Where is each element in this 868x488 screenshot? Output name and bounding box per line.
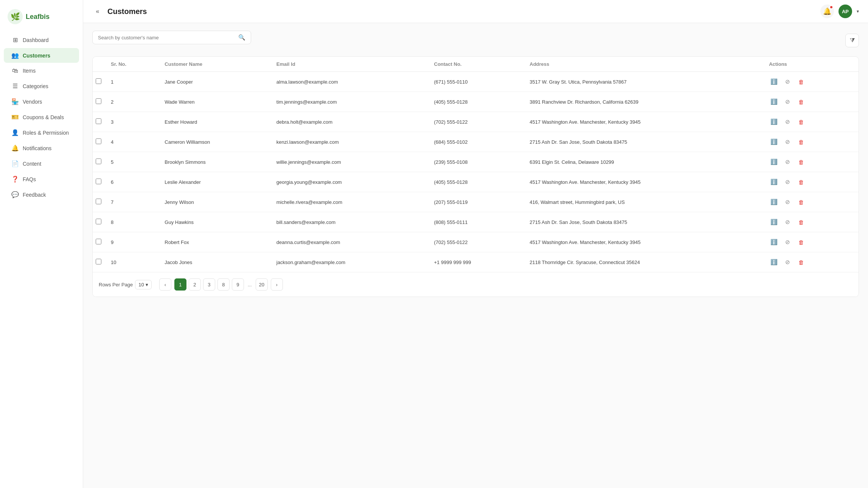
- info-button[interactable]: ℹ️: [769, 137, 779, 147]
- sidebar-item-coupons[interactable]: 🎫 Coupons & Deals: [4, 110, 79, 124]
- row-checkbox-cell: [93, 232, 105, 252]
- delete-button[interactable]: 🗑: [796, 137, 806, 147]
- row-checkbox-2[interactable]: [96, 118, 101, 124]
- row-actions: ℹ️ ⊘ 🗑: [763, 252, 859, 272]
- dropdown-arrow-icon[interactable]: ▾: [857, 9, 859, 14]
- table-row: 5Brooklyn Simmonswillie.jennings@example…: [93, 152, 859, 172]
- page-button-3[interactable]: 3: [203, 278, 215, 291]
- dashboard-icon: ⊞: [11, 36, 19, 44]
- edit-button[interactable]: ⊘: [783, 217, 792, 227]
- info-button[interactable]: ℹ️: [769, 117, 779, 127]
- top-bar: 🔍 ⧩: [92, 31, 859, 50]
- row-checkbox-cell: [93, 172, 105, 192]
- edit-button[interactable]: ⊘: [783, 77, 792, 87]
- page-button-20[interactable]: 20: [256, 278, 268, 291]
- sidebar-item-content[interactable]: 📄 Content: [4, 156, 79, 171]
- sidebar-item-notifications[interactable]: 🔔 Notifications: [4, 141, 79, 155]
- sidebar-item-items[interactable]: 🛍 Items: [4, 64, 79, 78]
- row-checkbox-cell: [93, 152, 105, 172]
- edit-button[interactable]: ⊘: [783, 257, 792, 267]
- sidebar-label-items: Items: [23, 68, 36, 74]
- edit-button[interactable]: ⊘: [783, 197, 792, 207]
- sidebar-item-categories[interactable]: ☰ Categories: [4, 79, 79, 93]
- content-icon: 📄: [11, 160, 19, 167]
- info-button[interactable]: ℹ️: [769, 77, 779, 87]
- page-button-1[interactable]: 1: [174, 278, 186, 291]
- page-button-9[interactable]: 9: [232, 278, 244, 291]
- row-checkbox-5[interactable]: [96, 179, 101, 184]
- delete-button[interactable]: 🗑: [796, 237, 806, 247]
- row-checkbox-9[interactable]: [96, 259, 101, 264]
- row-checkbox-cell: [93, 72, 105, 92]
- sidebar-item-faqs[interactable]: ❓ FAQs: [4, 172, 79, 186]
- sidebar-item-dashboard[interactable]: ⊞ Dashboard: [4, 33, 79, 47]
- row-contact: (207) 555-0119: [428, 192, 524, 212]
- edit-button[interactable]: ⊘: [783, 97, 792, 107]
- table-row: 6Leslie Alexandergeorgia.young@example.c…: [93, 172, 859, 192]
- info-button[interactable]: ℹ️: [769, 97, 779, 107]
- row-sr: 10: [105, 252, 158, 272]
- row-checkbox-cell: [93, 252, 105, 272]
- notification-button[interactable]: 🔔: [820, 5, 834, 18]
- next-page-button[interactable]: ›: [271, 278, 283, 291]
- row-checkbox-3[interactable]: [96, 138, 101, 144]
- search-input[interactable]: [98, 35, 235, 40]
- info-button[interactable]: ℹ️: [769, 197, 779, 207]
- table-header: Sr. No.Customer NameEmail IdContact No.A…: [93, 57, 859, 72]
- row-customer-name: Wade Warren: [158, 92, 270, 112]
- avatar-button[interactable]: AP: [838, 5, 852, 18]
- row-contact: (239) 555-0108: [428, 152, 524, 172]
- delete-button[interactable]: 🗑: [796, 217, 806, 227]
- roles-icon: 👤: [11, 129, 19, 136]
- delete-button[interactable]: 🗑: [796, 177, 806, 187]
- row-contact: +1 9999 999 999: [428, 252, 524, 272]
- edit-button[interactable]: ⊘: [783, 137, 792, 147]
- info-button[interactable]: ℹ️: [769, 157, 779, 167]
- delete-button[interactable]: 🗑: [796, 157, 806, 167]
- page-title: Customers: [107, 7, 147, 16]
- row-checkbox-cell: [93, 92, 105, 112]
- page-button-2[interactable]: 2: [189, 278, 201, 291]
- row-checkbox-4[interactable]: [96, 159, 101, 164]
- sidebar-label-faqs: FAQs: [23, 176, 36, 182]
- delete-button[interactable]: 🗑: [796, 117, 806, 127]
- items-icon: 🛍: [11, 67, 19, 74]
- row-checkbox-8[interactable]: [96, 239, 101, 244]
- rows-per-page-select[interactable]: 10 ▾: [135, 280, 151, 289]
- filter-button[interactable]: ⧩: [845, 34, 859, 47]
- collapse-button[interactable]: «: [92, 6, 103, 17]
- row-sr: 7: [105, 192, 158, 212]
- info-button[interactable]: ℹ️: [769, 237, 779, 247]
- row-actions: ℹ️ ⊘ 🗑: [763, 72, 859, 92]
- sidebar-item-vendors[interactable]: 🏪 Vendors: [4, 94, 79, 109]
- info-button[interactable]: ℹ️: [769, 257, 779, 267]
- info-button[interactable]: ℹ️: [769, 217, 779, 227]
- row-checkbox-0[interactable]: [96, 78, 101, 84]
- info-button[interactable]: ℹ️: [769, 177, 779, 187]
- edit-button[interactable]: ⊘: [783, 237, 792, 247]
- row-checkbox-1[interactable]: [96, 98, 101, 104]
- row-contact: (405) 555-0128: [428, 172, 524, 192]
- sidebar-item-customers[interactable]: 👥 Customers: [4, 48, 79, 63]
- sidebar: 🌿 Leafbis ⊞ Dashboard 👥 Customers 🛍 Item…: [0, 0, 83, 488]
- pagination-bar: Rows Per Page 10 ▾ ‹ 12389...20 ›: [93, 272, 859, 297]
- page-button-8[interactable]: 8: [217, 278, 230, 291]
- prev-page-button[interactable]: ‹: [159, 278, 171, 291]
- row-checkbox-7[interactable]: [96, 219, 101, 224]
- edit-button[interactable]: ⊘: [783, 117, 792, 127]
- row-checkbox-6[interactable]: [96, 199, 101, 204]
- header-col-5: Actions: [763, 57, 859, 72]
- delete-button[interactable]: 🗑: [796, 77, 806, 87]
- delete-button[interactable]: 🗑: [796, 197, 806, 207]
- notification-badge: [829, 5, 833, 9]
- sidebar-item-feedback[interactable]: 💬 Feedback: [4, 187, 79, 202]
- row-email: bill.sanders@example.com: [270, 212, 428, 232]
- table-row: 9Robert Foxdeanna.curtis@example.com(702…: [93, 232, 859, 252]
- row-sr: 4: [105, 132, 158, 152]
- edit-button[interactable]: ⊘: [783, 157, 792, 167]
- sidebar-item-roles[interactable]: 👤 Roles & Permission: [4, 125, 79, 140]
- header: « Customers 🔔 AP ▾: [83, 0, 868, 23]
- delete-button[interactable]: 🗑: [796, 257, 806, 267]
- delete-button[interactable]: 🗑: [796, 97, 806, 107]
- edit-button[interactable]: ⊘: [783, 177, 792, 187]
